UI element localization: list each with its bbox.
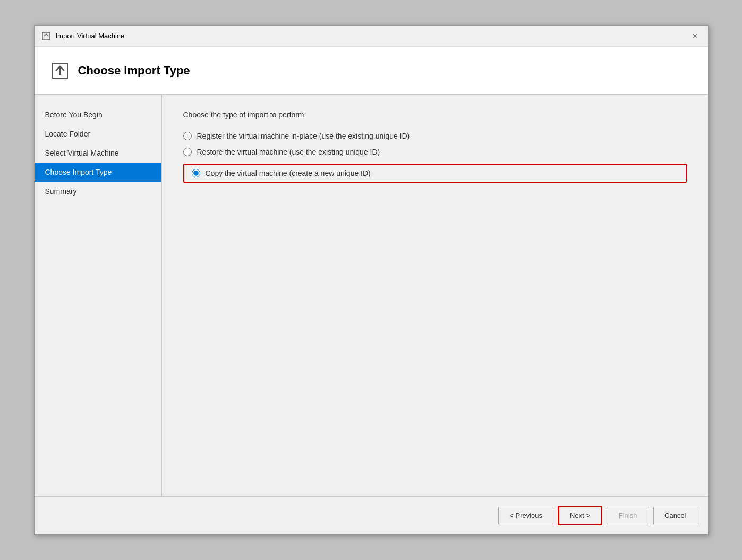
header-section: Choose Import Type xyxy=(35,47,708,95)
cancel-button[interactable]: Cancel xyxy=(653,507,697,524)
header-icon xyxy=(50,61,70,80)
main-content: Choose the type of import to perform: Re… xyxy=(162,95,708,496)
radio-input-2[interactable] xyxy=(183,148,192,156)
next-button[interactable]: Next > xyxy=(558,506,602,525)
footer: < Previous Next > Finish Cancel xyxy=(35,496,708,534)
instruction-text: Choose the type of import to perform: xyxy=(183,111,687,119)
sidebar-item-locate-folder[interactable]: Locate Folder xyxy=(35,124,161,143)
import-vm-window: Import Virtual Machine × Choose Import T… xyxy=(34,25,709,535)
radio-option-3[interactable]: Copy the virtual machine (create a new u… xyxy=(183,164,687,183)
radio-option-2[interactable]: Restore the virtual machine (use the exi… xyxy=(183,148,687,156)
close-button[interactable]: × xyxy=(689,30,702,43)
radio-group: Register the virtual machine in-place (u… xyxy=(183,132,687,183)
title-bar: Import Virtual Machine × xyxy=(35,26,708,47)
sidebar-item-before-you-begin[interactable]: Before You Begin xyxy=(35,105,161,124)
page-title: Choose Import Type xyxy=(78,64,190,78)
sidebar-item-choose-import-type[interactable]: Choose Import Type xyxy=(35,163,161,182)
sidebar: Before You Begin Locate Folder Select Vi… xyxy=(35,95,162,496)
radio-label-2: Restore the virtual machine (use the exi… xyxy=(197,148,380,156)
radio-label-1: Register the virtual machine in-place (u… xyxy=(197,132,410,140)
sidebar-item-select-virtual-machine[interactable]: Select Virtual Machine xyxy=(35,143,161,163)
content-area: Before You Begin Locate Folder Select Vi… xyxy=(35,95,708,496)
title-bar-left: Import Virtual Machine xyxy=(41,31,125,41)
finish-button[interactable]: Finish xyxy=(607,507,649,524)
window-icon xyxy=(41,31,52,41)
radio-input-1[interactable] xyxy=(183,132,192,140)
previous-button[interactable]: < Previous xyxy=(498,507,553,524)
sidebar-item-summary[interactable]: Summary xyxy=(35,182,161,201)
radio-label-3: Copy the virtual machine (create a new u… xyxy=(206,169,371,177)
radio-option-1[interactable]: Register the virtual machine in-place (u… xyxy=(183,132,687,140)
window-title: Import Virtual Machine xyxy=(56,32,125,40)
radio-input-3[interactable] xyxy=(192,169,200,177)
